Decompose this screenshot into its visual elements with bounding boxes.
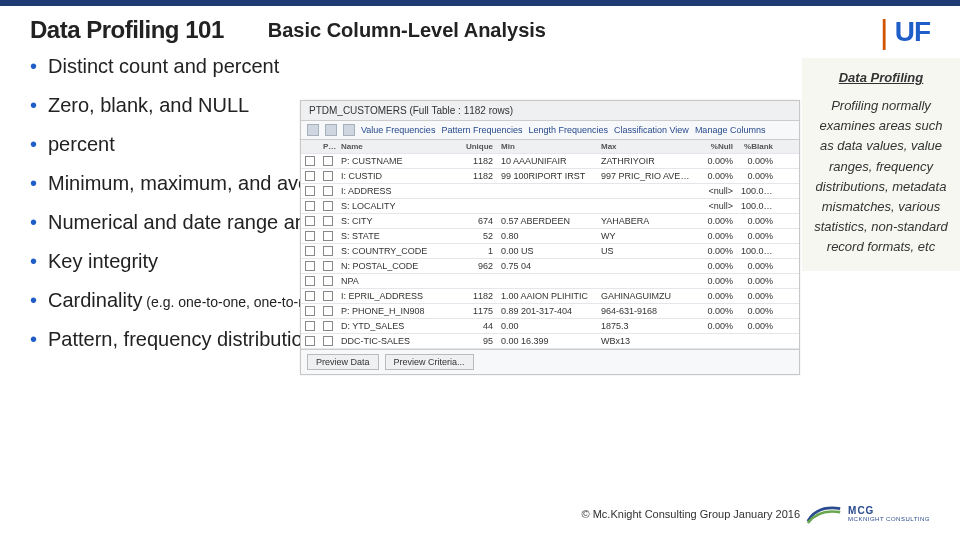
table-row: P: PHONE_H_IN90811750.89 201-317-404964-… — [301, 304, 799, 319]
cell-min — [497, 204, 597, 208]
cell-blank: 0.00% — [737, 304, 777, 318]
cell-name: DDC-TIC-SALES — [337, 334, 447, 348]
pk-checkbox-icon — [323, 246, 333, 256]
cell-unique: 962 — [447, 259, 497, 273]
col-header: PK — [319, 140, 337, 153]
cell-min: 99 100RIPORT IRST — [497, 169, 597, 183]
cell-null — [697, 339, 737, 343]
cell-blank: 0.00% — [737, 319, 777, 333]
toolbar-icon — [325, 124, 337, 136]
sidebar-heading: Data Profiling — [812, 68, 950, 88]
slide-title: Data Profiling 101 — [30, 16, 224, 44]
checkbox-icon — [305, 171, 315, 181]
cell-name: S: STATE — [337, 229, 447, 243]
cell-name: NPA — [337, 274, 447, 288]
cell-name: I: ADDRESS — [337, 184, 447, 198]
cell-max — [597, 264, 697, 268]
footer-button: Preview Data — [307, 354, 379, 370]
cell-min: 10 AAAUNIFAIR — [497, 154, 597, 168]
cell-unique — [447, 204, 497, 208]
cell-min: 0.00 16.399 — [497, 334, 597, 348]
cell-blank — [737, 339, 777, 343]
slide-header: Data Profiling 101 Basic Column-Level An… — [0, 6, 960, 50]
checkbox-icon — [305, 336, 315, 346]
footer-button: Preview Criteria... — [385, 354, 474, 370]
pk-checkbox-icon — [323, 186, 333, 196]
cell-min: 0.00 — [497, 319, 597, 333]
uf-logo-text: UF — [895, 16, 930, 48]
cell-name: I: CUSTID — [337, 169, 447, 183]
bullet-text: Distinct count and percent — [48, 55, 279, 77]
cell-blank: 0.00% — [737, 289, 777, 303]
cell-name: S: LOCALITY — [337, 199, 447, 213]
sidebar-callout: Data Profiling Profiling normally examin… — [802, 58, 960, 271]
cell-min: 0.00 US — [497, 244, 597, 258]
col-header — [301, 145, 319, 149]
cell-max — [597, 204, 697, 208]
table-row: S: CITY6740.57 ABERDEENYAHABERA0.00%0.00… — [301, 214, 799, 229]
cell-min: 1.00 AAION PLIHITIC — [497, 289, 597, 303]
table-row: D: YTD_SALES440.001875.30.00%0.00% — [301, 319, 799, 334]
cell-blank: 100.00% — [737, 184, 777, 198]
cell-null: <null> — [697, 199, 737, 213]
table-row: S: STATE520.80WY0.00%0.00% — [301, 229, 799, 244]
bullet-text: percent — [48, 133, 115, 155]
table-row: I: EPRIL_ADDRESS11821.00 AAION PLIHITICG… — [301, 289, 799, 304]
pk-checkbox-icon — [323, 336, 333, 346]
cell-max: WY — [597, 229, 697, 243]
cell-max: 1875.3 — [597, 319, 697, 333]
pk-checkbox-icon — [323, 201, 333, 211]
cell-unique: 1182 — [447, 289, 497, 303]
col-header: Max — [597, 140, 697, 153]
cell-name: D: YTD_SALES — [337, 319, 447, 333]
checkbox-icon — [305, 216, 315, 226]
cell-name: N: POSTAL_CODE — [337, 259, 447, 273]
table-row: I: ADDRESS<null>100.00% — [301, 184, 799, 199]
pk-checkbox-icon — [323, 306, 333, 316]
cell-name: S: CITY — [337, 214, 447, 228]
cell-min: 0.89 201-317-404 — [497, 304, 597, 318]
mcg-logo-subtext: MCKNIGHT CONSULTING — [848, 516, 930, 522]
uf-divider-icon: | — [880, 12, 889, 51]
cell-blank: 0.00% — [737, 229, 777, 243]
pk-checkbox-icon — [323, 156, 333, 166]
bullet-item: Distinct count and percent — [30, 54, 930, 79]
cell-null: 0.00% — [697, 214, 737, 228]
mcg-swoosh-icon — [806, 502, 842, 526]
col-header: %Blank — [737, 140, 777, 153]
pk-checkbox-icon — [323, 171, 333, 181]
slide-subtitle: Basic Column-Level Analysis — [268, 19, 546, 42]
table-row: DDC-TIC-SALES950.00 16.399WBx13 — [301, 334, 799, 349]
cell-unique: 1 — [447, 244, 497, 258]
cell-max: ZATHRIYOIR — [597, 154, 697, 168]
cell-blank: 0.00% — [737, 154, 777, 168]
checkbox-icon — [305, 276, 315, 286]
cell-max: US — [597, 244, 697, 258]
cell-blank: 0.00% — [737, 274, 777, 288]
screenshot-table-body: P: CUSTNAME118210 AAAUNIFAIRZATHRIYOIR0.… — [301, 154, 799, 349]
col-header: Min — [497, 140, 597, 153]
checkbox-icon — [305, 201, 315, 211]
bullet-text: Zero, blank, and NULL — [48, 94, 249, 116]
mcg-logo-text-block: MCG MCKNIGHT CONSULTING — [848, 506, 930, 522]
table-row: S: COUNTRY_CODE10.00 USUS0.00%100.00% — [301, 244, 799, 259]
cell-name: S: COUNTRY_CODE — [337, 244, 447, 258]
pk-checkbox-icon — [323, 321, 333, 331]
cell-unique: 1175 — [447, 304, 497, 318]
cell-blank: 0.00% — [737, 214, 777, 228]
cell-blank: 0.00% — [737, 169, 777, 183]
toolbar-item: Length Frequencies — [528, 125, 608, 135]
col-header: Name — [337, 140, 447, 153]
screenshot-toolbar: Value Frequencies Pattern Frequencies Le… — [301, 121, 799, 140]
cell-null: 0.00% — [697, 169, 737, 183]
bullet-text: Key integrity — [48, 250, 158, 272]
cell-blank: 0.00% — [737, 259, 777, 273]
cell-blank: 100.00% — [737, 199, 777, 213]
cell-min: 0.57 ABERDEEN — [497, 214, 597, 228]
toolbar-icon — [307, 124, 319, 136]
cell-null: 0.00% — [697, 229, 737, 243]
cell-null: 0.00% — [697, 259, 737, 273]
cell-unique: 52 — [447, 229, 497, 243]
cell-null: 0.00% — [697, 304, 737, 318]
cell-min — [497, 189, 597, 193]
